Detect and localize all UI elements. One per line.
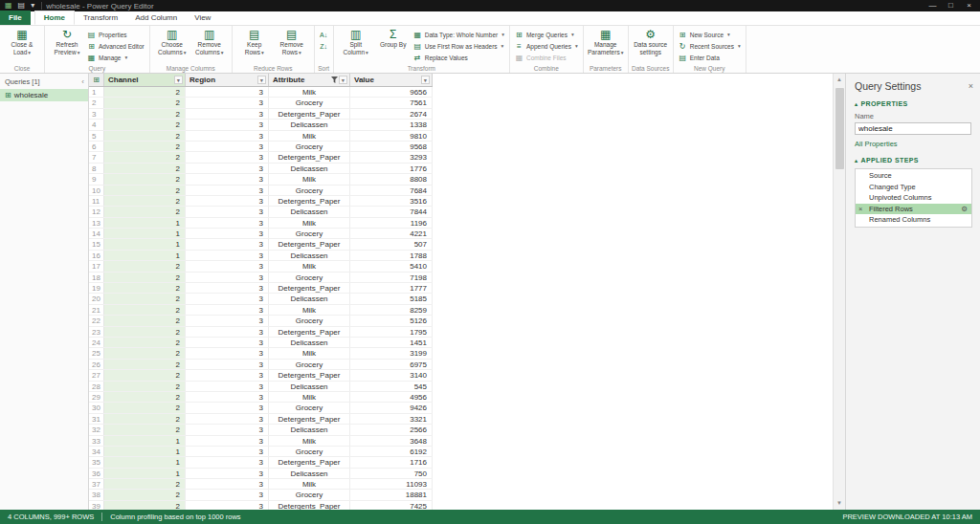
cell-attribute[interactable]: Delicassen (269, 338, 350, 347)
replace-values-button[interactable]: ⇄ Replace Values (413, 52, 504, 63)
cell-region[interactable]: 3 (186, 251, 269, 260)
cell-channel[interactable]: 2 (104, 479, 186, 489)
table-row[interactable]: 1023Grocery7684 (89, 186, 433, 196)
row-number[interactable]: 4 (89, 120, 104, 129)
cell-value[interactable]: 11093 (350, 479, 433, 489)
cell-channel[interactable]: 2 (104, 501, 186, 510)
cell-attribute[interactable]: Grocery (269, 98, 350, 107)
split-column-button[interactable]: ▥ Split Column▾ (339, 28, 373, 56)
cell-value[interactable]: 3293 (350, 152, 433, 162)
table-row[interactable]: 2623Grocery6975 (89, 360, 433, 370)
cell-value[interactable]: 3140 (350, 370, 433, 380)
cell-attribute[interactable]: Delicassen (269, 382, 350, 391)
cell-attribute[interactable]: Detergents_Paper (269, 283, 350, 293)
table-row[interactable]: 1313Milk1196 (89, 218, 433, 229)
remove-rows-button[interactable]: ▤ Remove Rows▾ (275, 28, 309, 56)
column-dropdown-icon[interactable]: ▾ (339, 76, 347, 84)
column-header-channel[interactable]: Channel ▾ (104, 74, 186, 86)
cell-value[interactable]: 5185 (350, 294, 433, 303)
cell-value[interactable]: 6975 (350, 360, 433, 369)
vertical-scrollbar[interactable]: ▲ ▼ (833, 74, 845, 510)
cell-channel[interactable]: 2 (104, 348, 186, 358)
keep-rows-button[interactable]: ▤ Keep Rows▾ (237, 28, 272, 56)
table-row[interactable]: 3923Detergents_Paper7425 (89, 501, 433, 510)
cell-value[interactable]: 1776 (350, 164, 433, 173)
row-number[interactable]: 8 (89, 164, 104, 173)
cell-channel[interactable]: 2 (104, 338, 186, 347)
cell-region[interactable]: 3 (186, 414, 269, 424)
cell-attribute[interactable]: Detergents_Paper (269, 152, 350, 162)
cell-attribute[interactable]: Delicassen (269, 469, 350, 478)
cell-region[interactable]: 3 (186, 98, 269, 107)
tab-view[interactable]: View (186, 11, 219, 25)
cell-region[interactable]: 3 (186, 382, 269, 391)
cell-value[interactable]: 545 (350, 382, 433, 391)
cell-value[interactable]: 3199 (350, 348, 433, 358)
cell-attribute[interactable]: Grocery (269, 360, 350, 369)
manage-button[interactable]: ▦ Manage ▾ (87, 52, 145, 63)
table-row[interactable]: 3223Delicassen2566 (89, 425, 433, 435)
cell-channel[interactable]: 2 (104, 207, 186, 216)
column-header-value[interactable]: Value ▾ (350, 74, 433, 86)
enter-data-button[interactable]: ▤ Enter Data (679, 52, 741, 63)
cell-attribute[interactable]: Milk (269, 218, 350, 228)
row-number[interactable]: 19 (89, 283, 104, 293)
cell-attribute[interactable]: Milk (269, 131, 350, 141)
cell-region[interactable]: 3 (186, 239, 269, 249)
table-row[interactable]: 323Detergents_Paper2674 (89, 109, 433, 120)
row-number[interactable]: 22 (89, 316, 104, 325)
cell-region[interactable]: 3 (186, 457, 269, 467)
cell-region[interactable]: 3 (186, 348, 269, 358)
table-row[interactable]: 2323Detergents_Paper1795 (89, 327, 433, 338)
cell-attribute[interactable]: Delicassen (269, 425, 350, 434)
table-row[interactable]: 3823Grocery18881 (89, 490, 433, 500)
cell-attribute[interactable]: Grocery (269, 490, 350, 499)
cell-region[interactable]: 3 (186, 87, 269, 97)
row-number[interactable]: 37 (89, 479, 104, 489)
row-number[interactable]: 3 (89, 109, 104, 119)
cell-region[interactable]: 3 (186, 425, 269, 434)
cell-region[interactable]: 3 (186, 370, 269, 380)
row-number[interactable]: 28 (89, 382, 104, 391)
cell-attribute[interactable]: Grocery (269, 403, 350, 412)
cell-channel[interactable]: 1 (104, 436, 186, 446)
row-number[interactable]: 16 (89, 251, 104, 260)
table-row[interactable]: 823Delicassen1776 (89, 164, 433, 174)
cell-attribute[interactable]: Detergents_Paper (269, 457, 350, 467)
cell-attribute[interactable]: Milk (269, 392, 350, 402)
table-row[interactable]: 3313Milk3648 (89, 436, 433, 447)
row-number[interactable]: 36 (89, 469, 104, 478)
cell-attribute[interactable]: Milk (269, 87, 350, 97)
cell-region[interactable]: 3 (186, 273, 269, 282)
row-number[interactable]: 27 (89, 370, 104, 380)
group-by-button[interactable]: Σ Group By (376, 28, 411, 49)
row-number[interactable]: 14 (89, 229, 104, 238)
row-number[interactable]: 18 (89, 273, 104, 282)
column-dropdown-icon[interactable]: ▾ (257, 76, 266, 84)
scrollbar-thumb[interactable] (835, 88, 844, 169)
cell-attribute[interactable]: Delicassen (269, 120, 350, 129)
query-item[interactable]: ⊞wholesale (0, 89, 88, 101)
advanced-editor-button[interactable]: ⊞ Advanced Editor (87, 40, 145, 52)
table-row[interactable]: 2123Milk8259 (89, 305, 433, 316)
applied-step[interactable]: Source (856, 170, 971, 182)
data-type-button[interactable]: ▦ Data Type: Whole Number ▾ (413, 29, 504, 40)
cell-channel[interactable]: 2 (104, 305, 186, 315)
table-row[interactable]: 3023Grocery9426 (89, 403, 433, 413)
row-number[interactable]: 17 (89, 261, 104, 271)
cell-attribute[interactable]: Detergents_Paper (269, 501, 350, 510)
cell-attribute[interactable]: Grocery (269, 142, 350, 151)
table-row[interactable]: 723Detergents_Paper3293 (89, 152, 433, 163)
tab-file[interactable]: File (0, 11, 31, 25)
cell-value[interactable]: 1788 (350, 251, 433, 260)
cell-channel[interactable]: 1 (104, 447, 186, 456)
cell-region[interactable]: 3 (186, 120, 269, 129)
cell-region[interactable]: 3 (186, 360, 269, 369)
table-row[interactable]: 1923Detergents_Paper1777 (89, 283, 433, 294)
cell-region[interactable]: 3 (186, 229, 269, 238)
recent-sources-button[interactable]: ↻ Recent Sources ▾ (679, 40, 741, 52)
cell-attribute[interactable]: Grocery (269, 186, 350, 195)
cell-value[interactable]: 1451 (350, 338, 433, 347)
cell-attribute[interactable]: Detergents_Paper (269, 327, 350, 337)
cell-attribute[interactable]: Detergents_Paper (269, 196, 350, 206)
